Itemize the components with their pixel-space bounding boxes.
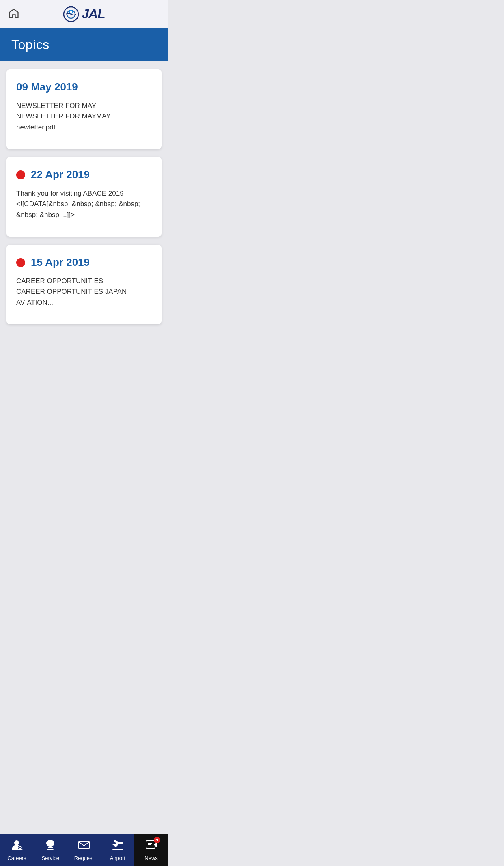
card-body-3: CAREER OPPORTUNITIES CAREER OPPORTUNITIE… bbox=[16, 276, 152, 308]
app-logo: JAL bbox=[63, 6, 105, 22]
card-date-1: 09 May 2019 bbox=[16, 81, 78, 93]
new-indicator-dot-3 bbox=[16, 258, 25, 267]
card-body-1: NEWSLETTER FOR MAY NEWSLETTER FOR MAYMAY… bbox=[16, 101, 152, 133]
card-date-3: 15 Apr 2019 bbox=[31, 256, 90, 269]
logo-icon bbox=[63, 6, 79, 22]
news-card-3[interactable]: 15 Apr 2019 CAREER OPPORTUNITIES CAREER … bbox=[6, 245, 162, 324]
card-body-2: Thank you for visiting ABACE 2019 <![CDA… bbox=[16, 188, 152, 220]
card-date-row-1: 09 May 2019 bbox=[16, 81, 152, 93]
card-date-row-3: 15 Apr 2019 bbox=[16, 256, 152, 269]
svg-point-3 bbox=[70, 11, 72, 13]
content-area: 09 May 2019 NEWSLETTER FOR MAY NEWSLETTE… bbox=[0, 61, 168, 361]
card-date-row-2: 22 Apr 2019 bbox=[16, 168, 152, 181]
topics-title: Topics bbox=[11, 37, 157, 52]
topics-banner: Topics bbox=[0, 28, 168, 61]
news-card-1[interactable]: 09 May 2019 NEWSLETTER FOR MAY NEWSLETTE… bbox=[6, 69, 162, 149]
news-card-2[interactable]: 22 Apr 2019 Thank you for visiting ABACE… bbox=[6, 157, 162, 237]
home-button[interactable] bbox=[8, 8, 19, 21]
card-date-2: 22 Apr 2019 bbox=[31, 168, 90, 181]
logo-text: JAL bbox=[82, 6, 105, 22]
app-header: JAL bbox=[0, 0, 168, 28]
new-indicator-dot-2 bbox=[16, 170, 25, 179]
